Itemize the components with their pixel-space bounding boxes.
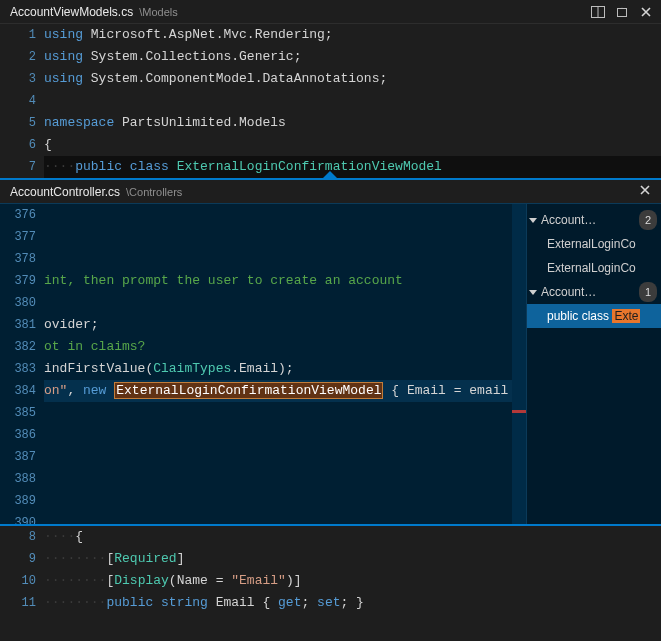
line-number: 387 [0, 446, 36, 468]
code-line[interactable] [44, 402, 512, 424]
code-line[interactable] [44, 490, 512, 512]
line-number: 8 [0, 526, 36, 548]
reference-count-badge: 2 [639, 210, 657, 230]
line-number: 383 [0, 358, 36, 380]
line-number: 385 [0, 402, 36, 424]
top-code[interactable]: using Microsoft.AspNet.Mvc.Rendering;usi… [44, 24, 661, 178]
line-number: 5 [0, 112, 36, 134]
line-number: 376 [0, 204, 36, 226]
code-line[interactable] [44, 424, 512, 446]
code-line[interactable]: using System.Collections.Generic; [44, 46, 661, 68]
reference-group[interactable]: Account…1 [527, 280, 661, 304]
code-line[interactable]: using Microsoft.AspNet.Mvc.Rendering; [44, 24, 661, 46]
peek-editor[interactable]: 3763773783793803813823833843853863873883… [0, 204, 527, 524]
line-number: 10 [0, 570, 36, 592]
line-number: 11 [0, 592, 36, 614]
reference-item[interactable]: ExternalLoginCo [527, 256, 661, 280]
reference-item[interactable]: ExternalLoginCo [527, 232, 661, 256]
code-line[interactable]: int, then prompt the user to create an a… [44, 270, 512, 292]
file-tab-path: \Models [139, 6, 178, 18]
line-number: 9 [0, 548, 36, 570]
code-line[interactable] [44, 204, 512, 226]
peek-window: AccountController.cs \Controllers 376377… [0, 178, 661, 526]
code-line[interactable] [44, 468, 512, 490]
peek-code[interactable]: int, then prompt the user to create an a… [44, 204, 512, 524]
file-tab-name: AccountViewModels.cs [10, 5, 133, 19]
code-line[interactable] [44, 292, 512, 314]
line-number: 3 [0, 68, 36, 90]
line-number: 384 [0, 380, 36, 402]
line-number: 390 [0, 512, 36, 524]
bottom-editor[interactable]: 891011 {[Required][Display(Name = "Email… [0, 526, 661, 614]
split-window-icon[interactable] [591, 5, 605, 19]
line-number: 380 [0, 292, 36, 314]
peek-file-name[interactable]: AccountController.cs [0, 185, 120, 199]
peek-file-path: \Controllers [126, 186, 182, 198]
reference-group-label: Account… [541, 210, 596, 230]
promote-window-icon[interactable] [615, 5, 629, 19]
line-number: 378 [0, 248, 36, 270]
code-line[interactable]: ot in claims? [44, 336, 512, 358]
line-number: 379 [0, 270, 36, 292]
top-editor[interactable]: 1234567 using Microsoft.AspNet.Mvc.Rende… [0, 24, 661, 178]
reference-item[interactable]: public class Exte [527, 304, 661, 328]
code-line[interactable]: { [44, 134, 661, 156]
code-line[interactable]: public class ExternalLoginConfirmationVi… [44, 156, 661, 178]
reference-group[interactable]: Account…2 [527, 208, 661, 232]
code-line[interactable]: { [44, 526, 661, 548]
code-line[interactable]: namespace PartsUnlimited.Models [44, 112, 661, 134]
peek-references-list[interactable]: Account…2ExternalLoginCoExternalLoginCoA… [527, 204, 661, 524]
code-line[interactable]: indFirstValue(ClaimTypes.Email); [44, 358, 512, 380]
peek-gutter: 3763773783793803813823833843853863873883… [0, 204, 44, 524]
line-number: 2 [0, 46, 36, 68]
file-tab[interactable]: AccountViewModels.cs \Models [0, 1, 188, 23]
peek-scroll-marks[interactable] [512, 204, 526, 524]
line-number: 389 [0, 490, 36, 512]
line-number: 1 [0, 24, 36, 46]
close-icon[interactable] [639, 5, 653, 19]
code-line[interactable] [44, 90, 661, 112]
code-line[interactable]: [Display(Name = "Email")] [44, 570, 661, 592]
line-number: 7 [0, 156, 36, 178]
top-tab-bar: AccountViewModels.cs \Models [0, 0, 661, 24]
code-line[interactable] [44, 512, 512, 524]
line-number: 381 [0, 314, 36, 336]
reference-group-label: Account… [541, 282, 596, 302]
top-gutter: 1234567 [0, 24, 44, 178]
peek-close-icon[interactable] [629, 184, 661, 199]
code-line[interactable]: using System.ComponentModel.DataAnnotati… [44, 68, 661, 90]
code-line[interactable]: [Required] [44, 548, 661, 570]
line-number: 6 [0, 134, 36, 156]
reference-count-badge: 1 [639, 282, 657, 302]
code-line[interactable] [44, 248, 512, 270]
line-number: 4 [0, 90, 36, 112]
code-line[interactable]: public string Email { get; set; } [44, 592, 661, 614]
line-number: 382 [0, 336, 36, 358]
line-number: 388 [0, 468, 36, 490]
scroll-mark[interactable] [512, 410, 526, 413]
chevron-down-icon [529, 218, 537, 223]
bottom-gutter: 891011 [0, 526, 44, 614]
code-line[interactable] [44, 446, 512, 468]
code-line[interactable]: on", new ExternalLoginConfirmationViewMo… [44, 380, 512, 402]
peek-header: AccountController.cs \Controllers [0, 180, 661, 204]
code-line[interactable] [44, 226, 512, 248]
svg-rect-2 [618, 8, 627, 16]
line-number: 386 [0, 424, 36, 446]
code-line[interactable]: ovider; [44, 314, 512, 336]
line-number: 377 [0, 226, 36, 248]
peek-caret-icon [321, 171, 339, 180]
chevron-down-icon [529, 290, 537, 295]
bottom-code[interactable]: {[Required][Display(Name = "Email")]publ… [44, 526, 661, 614]
